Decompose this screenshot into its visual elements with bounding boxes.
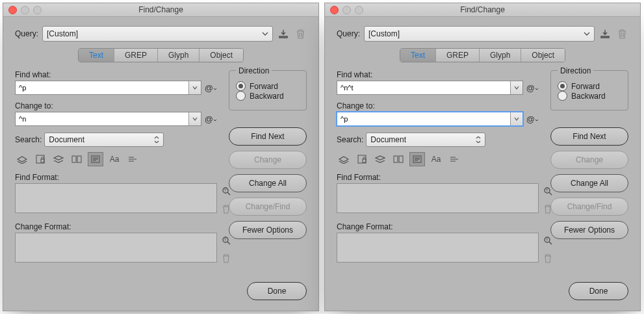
locked-stories-icon[interactable] <box>355 153 369 166</box>
locked-stories-icon[interactable] <box>33 153 47 166</box>
svg-rect-19 <box>394 156 398 162</box>
special-chars-icon[interactable]: @ <box>526 114 539 124</box>
tab-grep[interactable]: GREP <box>436 49 480 62</box>
footnotes-icon[interactable] <box>88 152 103 166</box>
search-scope-select[interactable]: Document <box>366 133 485 147</box>
tab-text[interactable]: Text <box>400 49 436 62</box>
svg-text:T: T <box>546 188 548 192</box>
delete-query-icon[interactable] <box>615 27 628 40</box>
clear-format-icon[interactable] <box>541 252 554 265</box>
zoom-window-button[interactable] <box>33 6 42 14</box>
specify-format-icon[interactable]: T <box>541 185 554 198</box>
query-label: Query: <box>15 29 38 38</box>
change-to-input[interactable] <box>337 112 523 126</box>
direction-backward-radio[interactable]: Backward <box>558 91 621 101</box>
direction-forward-radio[interactable]: Forward <box>236 81 300 91</box>
change-button[interactable]: Change <box>550 151 628 169</box>
svg-text:T: T <box>224 238 227 242</box>
fewer-options-button[interactable]: Fewer Options <box>550 221 628 239</box>
direction-group: Direction Forward Backward <box>550 70 628 110</box>
direction-backward-radio[interactable]: Backward <box>236 91 300 101</box>
change-all-button[interactable]: Change All <box>550 174 628 192</box>
mode-tabs: TextGREPGlyphObject <box>15 48 307 62</box>
minimize-window-button[interactable] <box>21 6 29 14</box>
tab-object[interactable]: Object <box>200 49 243 62</box>
search-scope-select[interactable]: Document <box>44 133 164 147</box>
radio-icon <box>236 81 246 91</box>
hidden-layers-icon[interactable] <box>373 153 387 166</box>
specify-format-icon[interactable]: T <box>220 234 233 247</box>
save-query-icon[interactable] <box>277 27 290 40</box>
close-window-button[interactable] <box>330 6 339 14</box>
zoom-window-button[interactable] <box>355 6 363 14</box>
change-to-value[interactable] <box>337 112 510 125</box>
specify-format-icon[interactable]: T <box>220 185 233 198</box>
find-what-value[interactable] <box>337 81 510 94</box>
chevron-down-icon <box>262 31 268 37</box>
change-format-box[interactable] <box>337 233 539 263</box>
tab-grep[interactable]: GREP <box>114 49 158 62</box>
direction-title: Direction <box>236 66 272 75</box>
svg-rect-3 <box>77 156 81 162</box>
find-what-label: Find what: <box>15 70 217 79</box>
done-button[interactable]: Done <box>569 282 628 300</box>
hidden-layers-icon[interactable] <box>51 153 66 166</box>
fewer-options-button[interactable]: Fewer Options <box>229 221 307 239</box>
chevron-down-icon[interactable] <box>188 81 201 94</box>
query-select[interactable]: [Custom] <box>364 26 595 42</box>
titlebar: Find/Change <box>3 3 318 17</box>
find-format-box[interactable] <box>15 183 217 213</box>
footnotes-icon[interactable] <box>409 152 425 166</box>
find-what-input[interactable] <box>337 81 523 95</box>
save-query-icon[interactable] <box>599 27 612 40</box>
change-find-button[interactable]: Change/Find <box>229 198 307 216</box>
tab-text[interactable]: Text <box>79 49 114 62</box>
special-chars-icon[interactable]: @ <box>205 114 217 124</box>
find-next-button[interactable]: Find Next <box>550 127 628 146</box>
chevron-down-icon[interactable] <box>510 112 522 125</box>
change-to-value[interactable] <box>16 112 188 125</box>
clear-format-icon[interactable] <box>220 252 233 265</box>
titlebar: Find/Change <box>325 3 640 17</box>
minimize-window-button[interactable] <box>342 6 351 14</box>
whole-word-icon[interactable] <box>447 153 461 166</box>
case-sensitive-icon[interactable]: Aa <box>107 153 122 166</box>
close-window-button[interactable] <box>8 6 17 14</box>
special-chars-icon[interactable]: @ <box>526 83 539 93</box>
master-pages-icon[interactable] <box>391 153 406 166</box>
tab-glyph[interactable]: Glyph <box>480 49 521 62</box>
query-select[interactable]: [Custom] <box>42 26 273 42</box>
find-next-button[interactable]: Find Next <box>229 127 307 146</box>
change-button[interactable]: Change <box>229 151 307 169</box>
query-value: [Custom] <box>368 29 400 38</box>
done-button[interactable]: Done <box>247 282 307 300</box>
change-all-button[interactable]: Change All <box>229 174 307 192</box>
tab-object[interactable]: Object <box>521 49 565 62</box>
locked-layers-icon[interactable] <box>15 153 29 166</box>
clear-format-icon[interactable] <box>541 203 554 216</box>
master-pages-icon[interactable] <box>70 153 84 166</box>
svg-line-32 <box>549 242 552 244</box>
whole-word-icon[interactable] <box>125 153 140 166</box>
clear-format-icon[interactable] <box>220 203 233 216</box>
find-format-box[interactable] <box>337 183 539 213</box>
special-chars-icon[interactable]: @ <box>205 83 217 93</box>
change-to-label: Change to: <box>15 101 217 110</box>
delete-query-icon[interactable] <box>294 27 307 40</box>
locked-layers-icon[interactable] <box>337 153 351 166</box>
find-what-value[interactable] <box>16 81 188 94</box>
change-to-input[interactable] <box>15 112 201 126</box>
tab-glyph[interactable]: Glyph <box>158 49 200 62</box>
query-value: [Custom] <box>47 29 78 38</box>
chevron-down-icon[interactable] <box>188 112 201 125</box>
chevron-down-icon[interactable] <box>510 81 522 94</box>
direction-forward-radio[interactable]: Forward <box>558 81 621 91</box>
specify-format-icon[interactable]: T <box>541 234 554 247</box>
direction-group: Direction Forward Backward <box>229 70 307 110</box>
case-sensitive-icon[interactable]: Aa <box>429 153 443 166</box>
change-find-button[interactable]: Change/Find <box>550 198 628 216</box>
find-what-input[interactable] <box>15 81 201 95</box>
direction-title: Direction <box>558 66 593 75</box>
change-format-box[interactable] <box>15 233 217 263</box>
query-label: Query: <box>337 29 360 38</box>
